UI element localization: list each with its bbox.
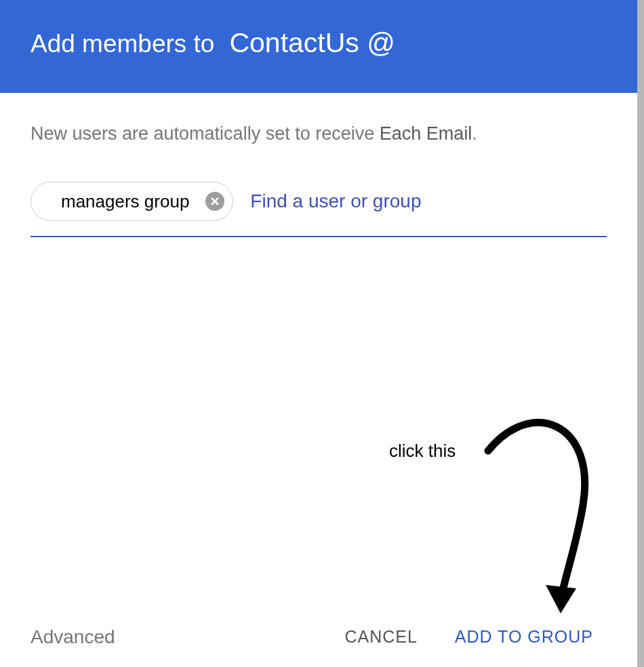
advanced-link[interactable]: Advanced bbox=[31, 626, 115, 648]
info-text-bold: Each Email bbox=[380, 123, 472, 144]
dialog-content: New users are automatically set to recei… bbox=[0, 93, 637, 237]
info-text-prefix: New users are automatically set to recei… bbox=[31, 123, 380, 144]
footer-actions: CANCEL ADD TO GROUP bbox=[338, 620, 600, 653]
dialog-footer: Advanced CANCEL ADD TO GROUP bbox=[0, 620, 630, 653]
dialog-header: Add members to ContactUs @ bbox=[0, 0, 637, 93]
annotation-arrow-icon bbox=[478, 403, 613, 627]
cancel-button[interactable]: CANCEL bbox=[338, 620, 424, 653]
scrollbar-edge bbox=[637, 0, 644, 667]
header-group-name: ContactUs @ bbox=[229, 27, 395, 59]
annotation-label: click this bbox=[389, 441, 456, 462]
add-members-dialog: Add members to ContactUs @ New users are… bbox=[0, 0, 637, 667]
search-row[interactable]: managers group Find a user or group bbox=[31, 182, 607, 237]
search-placeholder[interactable]: Find a user or group bbox=[250, 190, 421, 212]
info-text-suffix: . bbox=[472, 123, 477, 144]
chip-text: managers group bbox=[52, 191, 199, 212]
add-to-group-button[interactable]: ADD TO GROUP bbox=[448, 620, 600, 653]
close-icon[interactable] bbox=[205, 192, 224, 211]
svg-marker-2 bbox=[546, 585, 576, 613]
header-prefix: Add members to bbox=[31, 30, 214, 58]
selected-chip: managers group bbox=[31, 182, 233, 221]
info-text: New users are automatically set to recei… bbox=[31, 123, 607, 144]
